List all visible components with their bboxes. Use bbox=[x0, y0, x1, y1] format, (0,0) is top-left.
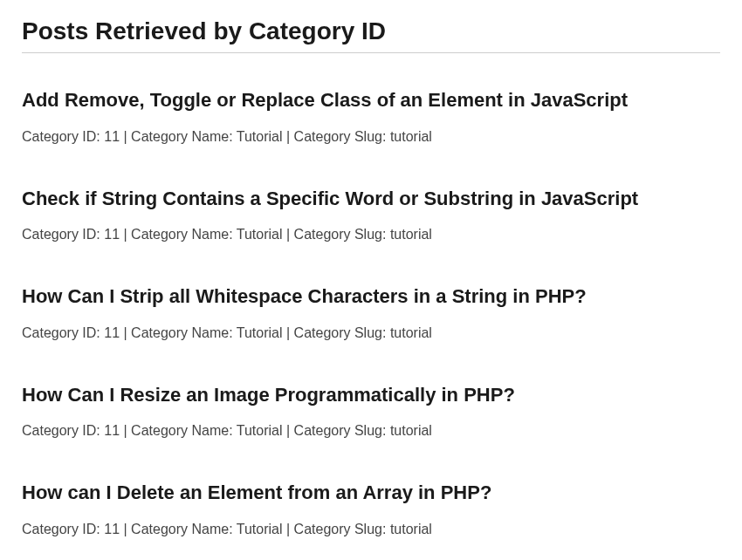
post-item: How can I Delete an Element from an Arra… bbox=[22, 481, 720, 537]
meta-category-slug-label: Category Slug: bbox=[294, 522, 387, 536]
post-title: Check if String Contains a Specific Word… bbox=[22, 187, 720, 212]
meta-category-name-label: Category Name: bbox=[131, 227, 233, 242]
meta-category-slug-value: tutorial bbox=[390, 522, 432, 536]
meta-category-id-label: Category ID: bbox=[22, 423, 100, 438]
meta-category-slug-value: tutorial bbox=[390, 325, 432, 340]
post-item: Add Remove, Toggle or Replace Class of a… bbox=[22, 88, 720, 145]
meta-category-id-value: 11 bbox=[104, 522, 120, 536]
meta-category-slug-label: Category Slug: bbox=[294, 227, 387, 242]
meta-separator: | bbox=[283, 129, 294, 144]
meta-category-id-label: Category ID: bbox=[22, 129, 100, 144]
meta-category-id-value: 11 bbox=[104, 423, 120, 438]
meta-separator: | bbox=[120, 227, 131, 242]
meta-separator: | bbox=[120, 423, 131, 438]
posts-list: Add Remove, Toggle or Replace Class of a… bbox=[22, 88, 720, 537]
meta-category-name-label: Category Name: bbox=[131, 129, 233, 144]
meta-separator: | bbox=[120, 522, 131, 536]
meta-category-slug-value: tutorial bbox=[390, 423, 432, 438]
meta-category-id-label: Category ID: bbox=[22, 227, 100, 242]
meta-separator: | bbox=[283, 227, 294, 242]
post-item: Check if String Contains a Specific Word… bbox=[22, 187, 720, 243]
post-meta: Category ID: 11 | Category Name: Tutoria… bbox=[22, 423, 720, 439]
meta-category-slug-value: tutorial bbox=[390, 227, 432, 242]
meta-category-name-label: Category Name: bbox=[131, 423, 233, 438]
meta-category-name-label: Category Name: bbox=[131, 522, 233, 536]
post-item: How Can I Resize an Image Programmatical… bbox=[22, 383, 720, 440]
post-title: How Can I Strip all Whitespace Character… bbox=[22, 284, 720, 310]
meta-category-id-label: Category ID: bbox=[22, 325, 100, 340]
meta-separator: | bbox=[120, 325, 131, 340]
post-item: How Can I Strip all Whitespace Character… bbox=[22, 284, 720, 341]
post-meta: Category ID: 11 | Category Name: Tutoria… bbox=[22, 522, 720, 537]
post-title: Add Remove, Toggle or Replace Class of a… bbox=[22, 88, 720, 113]
post-meta: Category ID: 11 | Category Name: Tutoria… bbox=[22, 325, 720, 341]
meta-separator: | bbox=[283, 522, 294, 536]
meta-category-slug-label: Category Slug: bbox=[294, 325, 387, 340]
post-title: How can I Delete an Element from an Arra… bbox=[22, 481, 720, 506]
meta-category-slug-label: Category Slug: bbox=[294, 129, 387, 144]
meta-category-slug-label: Category Slug: bbox=[294, 423, 387, 438]
meta-category-id-value: 11 bbox=[104, 227, 120, 242]
page-title: Posts Retrieved by Category ID bbox=[22, 17, 720, 53]
meta-separator: | bbox=[283, 325, 294, 340]
meta-separator: | bbox=[120, 129, 131, 144]
meta-category-id-value: 11 bbox=[104, 129, 120, 144]
meta-category-name-value: Tutorial bbox=[237, 522, 283, 536]
meta-separator: | bbox=[283, 423, 294, 438]
meta-category-name-value: Tutorial bbox=[237, 129, 283, 144]
meta-category-name-value: Tutorial bbox=[237, 325, 283, 340]
meta-category-name-value: Tutorial bbox=[237, 227, 283, 242]
post-meta: Category ID: 11 | Category Name: Tutoria… bbox=[22, 129, 720, 145]
meta-category-id-label: Category ID: bbox=[22, 522, 100, 536]
post-meta: Category ID: 11 | Category Name: Tutoria… bbox=[22, 227, 720, 242]
meta-category-slug-value: tutorial bbox=[390, 129, 432, 144]
meta-category-name-label: Category Name: bbox=[131, 325, 233, 340]
meta-category-name-value: Tutorial bbox=[237, 423, 283, 438]
meta-category-id-value: 11 bbox=[104, 325, 120, 340]
post-title: How Can I Resize an Image Programmatical… bbox=[22, 383, 720, 408]
